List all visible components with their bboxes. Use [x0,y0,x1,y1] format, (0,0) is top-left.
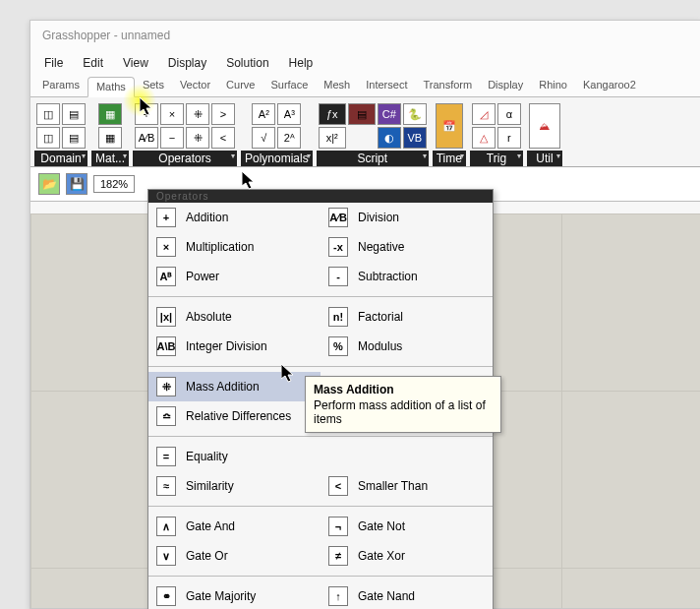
op-gt-icon[interactable]: > [211,103,235,125]
domain-icon4[interactable]: ▤ [62,127,86,149]
script-fx-icon[interactable]: ƒx [319,103,346,125]
menu-view[interactable]: View [113,52,158,74]
domain-icon2[interactable]: ◫ [36,127,60,149]
time-calendar-icon[interactable]: 📅 [436,103,463,149]
tab-curve[interactable]: Curve [218,76,262,96]
menu-item-gate-xor[interactable]: ≠Gate Xor [321,541,493,571]
menu-item-gate-or[interactable]: ∨Gate Or [148,541,321,571]
panel-polynomials-label[interactable]: Polynomials▾ [241,151,313,166]
panel-operators-label[interactable]: Operators▾ [133,151,237,166]
menu-item-label: Equality [186,450,228,463]
tab-mesh[interactable]: Mesh [316,76,358,96]
menu-item-power[interactable]: AᴮPower [148,262,321,291]
op-frac-icon[interactable]: A⁄B [135,127,158,149]
poly-a3-icon[interactable]: A³ [277,103,301,125]
menu-bar: File Edit View Display Solution Help [30,50,700,76]
zoom-field[interactable]: 182% [93,175,135,193]
script-cluster-icon[interactable]: ◐ [378,127,401,149]
op-massadd-icon[interactable]: ⁜ [186,103,209,125]
menu-edit[interactable]: Edit [73,52,113,74]
panel-matrix-label[interactable]: Mat...▾ [91,151,129,166]
menu-item-modulus[interactable]: %Modulus [321,332,493,361]
trig-r-icon[interactable]: r [497,127,521,149]
save-file-icon[interactable]: 💾 [66,173,88,195]
script-vb-icon[interactable]: VB [403,127,427,149]
poly-root-icon[interactable]: √ [252,127,275,149]
menu-item-icon: × [156,237,176,257]
poly-2a-icon[interactable]: 2ᴬ [277,127,301,149]
menu-item-icon: ≏ [156,406,176,426]
menu-item-relative-differences[interactable]: ≏Relative Differences [148,401,321,431]
menu-help[interactable]: Help [279,52,323,74]
tab-sets[interactable]: Sets [135,76,172,96]
tab-transform[interactable]: Transform [415,76,480,96]
menu-item-equality[interactable]: =Equality [148,442,321,471]
menu-item-label: Absolute [186,310,232,324]
menu-item-label: Integer Division [186,339,267,353]
menu-item-icon: - [328,267,348,286]
menu-item-absolute[interactable]: |x|Absolute [148,302,321,332]
menu-file[interactable]: File [34,52,73,74]
menu-item-label: Gate And [186,519,235,533]
menu-item-icon: < [328,476,348,496]
tab-rhino[interactable]: Rhino [531,76,575,96]
menu-item-label: Gate Not [358,519,405,533]
tab-vector[interactable]: Vector [172,76,218,96]
menu-item-icon: n! [328,307,348,327]
panel-polynomials: A²√ A³2ᴬ Polynomials▾ [241,101,313,166]
panel-time-label[interactable]: Time▾ [433,151,466,166]
domain-icon3[interactable]: ▤ [62,103,86,125]
menu-display[interactable]: Display [158,52,216,74]
tab-intersect[interactable]: Intersect [358,76,415,96]
trig-alpha-icon[interactable]: α [497,103,521,125]
domain-icon1[interactable]: ◫ [36,103,60,125]
op-minus-icon[interactable]: − [160,127,184,149]
panel-util-label[interactable]: Util▾ [527,151,562,166]
menu-item-factorial[interactable]: n!Factorial [321,302,493,332]
script-x2-icon[interactable]: x|² [319,127,346,149]
trig-angle-icon[interactable]: ◿ [472,103,496,125]
open-file-icon[interactable]: 📂 [38,173,60,195]
menu-item-integer-division[interactable]: A\BInteger Division [148,332,321,361]
menu-item-gate-not[interactable]: ¬Gate Not [321,512,493,541]
trig-tri-icon[interactable]: △ [472,127,496,149]
panel-time: 📅 Time▾ [433,101,466,166]
tab-params[interactable]: Params [34,76,88,96]
util-graph-icon[interactable]: ⛰ [529,103,560,149]
matrix-icon2[interactable]: ▦ [98,127,122,149]
menu-item-subtraction[interactable]: -Subtraction [321,262,493,291]
menu-item-icon: = [156,447,176,466]
menu-item-multiplication[interactable]: ×Multiplication [148,232,321,262]
panel-domain-label[interactable]: Domain▾ [34,151,88,166]
tab-maths[interactable]: Maths [88,77,135,97]
menu-solution[interactable]: Solution [216,52,278,74]
cursor-icon [140,97,155,117]
matrix-icon1[interactable]: ▦ [98,103,122,125]
menu-item-gate-and[interactable]: ∧Gate And [148,512,321,541]
op-lt-icon[interactable]: < [211,127,235,149]
script-csharp-icon[interactable]: C# [378,103,401,125]
menu-item-label: Gate Xor [358,549,405,563]
op-times-icon[interactable]: × [160,103,184,125]
menu-item-label: Negative [358,240,404,254]
svg-marker-2 [281,364,293,382]
panel-trig: ◿△ αr Trig▾ [470,101,523,166]
script-editor-icon[interactable]: ▤ [348,103,376,125]
menu-item-label: Multiplication [186,240,254,254]
menu-item-label: Gate Nand [358,589,415,603]
tab-surface[interactable]: Surface [262,76,316,96]
op-massmul-icon[interactable]: ⁜ [186,127,209,149]
menu-item-similarity[interactable]: ≈Similarity [148,471,321,501]
panel-script-label[interactable]: Script▾ [317,151,429,166]
script-python-icon[interactable]: 🐍 [403,103,427,125]
menu-item-division[interactable]: A⁄BDivision [321,203,493,232]
poly-a2-icon[interactable]: A² [252,103,275,125]
menu-item-gate-nand[interactable]: ↑Gate Nand [321,581,493,609]
tab-display[interactable]: Display [480,76,531,96]
tab-kangaroo2[interactable]: Kangaroo2 [575,76,644,96]
menu-item-gate-majority[interactable]: ⚭Gate Majority [148,581,321,609]
panel-trig-label[interactable]: Trig▾ [470,151,523,166]
menu-item-smaller-than[interactable]: <Smaller Than [321,471,493,501]
menu-item-addition[interactable]: +Addition [148,203,321,232]
menu-item-negative[interactable]: -xNegative [321,232,493,262]
